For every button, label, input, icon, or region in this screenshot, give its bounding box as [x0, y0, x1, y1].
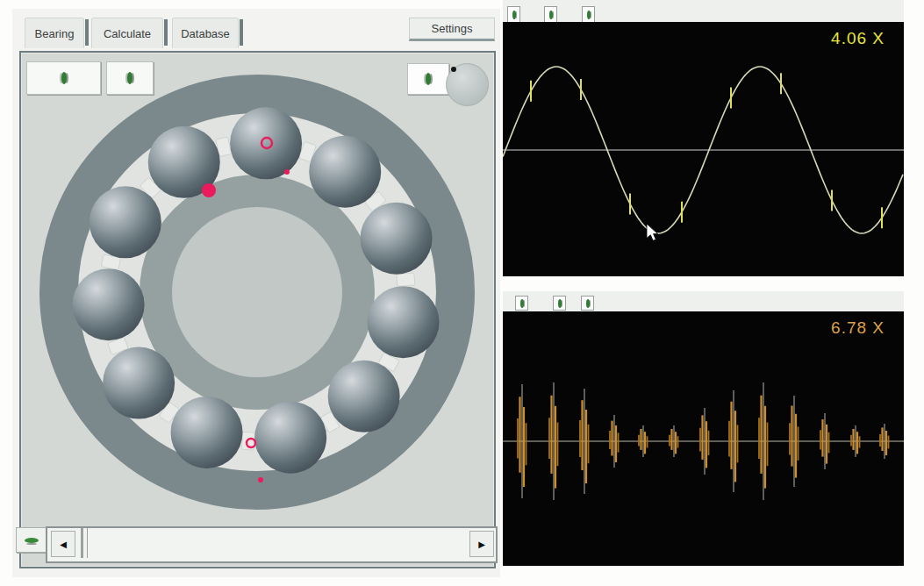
- marker-control-button-1[interactable]: [26, 61, 101, 95]
- fault-marker-dot: [258, 477, 263, 482]
- scope-top-waveform: [503, 22, 904, 276]
- green-marker-icon: [520, 299, 524, 308]
- scrollbar-divider: [81, 528, 83, 558]
- settings-button[interactable]: Settings: [409, 18, 495, 41]
- scope-bottom-toolbar: [503, 291, 904, 311]
- tab-calculate-label: Calculate: [104, 27, 151, 40]
- bearing-ball: [171, 397, 243, 468]
- impulse-burst: [880, 424, 889, 459]
- green-marker-icon: [587, 11, 591, 19]
- scope-top-marker-button-1[interactable]: [507, 6, 520, 23]
- impulse-burst: [729, 390, 738, 492]
- scope-bottom-marker-button-1[interactable]: [515, 296, 528, 311]
- green-marker-icon: [549, 11, 553, 19]
- scope-bottom: 6.78 X: [503, 311, 904, 566]
- bearing-ball: [254, 402, 326, 474]
- tab-calculate[interactable]: Calculate: [91, 18, 163, 48]
- impulse-burst: [670, 425, 678, 457]
- bottom-marker-button[interactable]: [16, 527, 47, 553]
- bearing-panel: [19, 51, 496, 568]
- bearing-ball: [368, 286, 440, 358]
- bearing-visualization: [21, 53, 494, 567]
- fault-marker-dot: [284, 169, 290, 175]
- impulse-burst: [820, 413, 829, 469]
- scope-bottom-marker-button-2[interactable]: [553, 296, 566, 311]
- scope-top-toolbar: [503, 0, 904, 22]
- impulse-burst: [790, 396, 799, 487]
- scope-bottom-marker-button-3[interactable]: [581, 296, 594, 311]
- green-marker-icon: [586, 299, 590, 308]
- tab-bearing[interactable]: Bearing: [25, 18, 84, 48]
- knob-indicator-dot: [451, 67, 456, 72]
- impulse-burst: [759, 382, 768, 500]
- tab-database[interactable]: Database: [172, 18, 239, 48]
- fault-marker-dot: [202, 183, 216, 197]
- bearing-ball: [230, 107, 302, 179]
- scrollbar-left-arrow[interactable]: ◀: [51, 531, 75, 557]
- bearing-ball: [73, 268, 145, 340]
- tab-separator: [164, 19, 168, 46]
- cage-link: [397, 273, 415, 287]
- green-marker-horizontal-icon: [25, 538, 39, 543]
- settings-button-label: Settings: [432, 22, 473, 35]
- impulse-burst: [518, 384, 526, 498]
- scope-top-marker-button-3[interactable]: [582, 6, 595, 23]
- bearing-ball: [103, 347, 175, 419]
- green-marker-icon: [426, 73, 431, 85]
- bearing-ball: [328, 361, 400, 432]
- tab-database-label: Database: [181, 27, 230, 40]
- scope-bottom-zoom-label: 6.78 X: [831, 318, 885, 338]
- green-marker-icon: [558, 299, 562, 308]
- scope-bottom-waveform: [503, 311, 904, 566]
- scope-top-zoom-label: 4.06 X: [831, 29, 885, 48]
- scope-top: 4.06 X: [503, 22, 904, 276]
- tab-separator: [85, 19, 89, 46]
- green-marker-icon: [512, 11, 516, 19]
- bearing-ball: [361, 203, 433, 275]
- scrollbar-right-arrow[interactable]: ▶: [469, 531, 494, 557]
- green-marker-icon: [61, 72, 67, 84]
- scrollbar-divider: [87, 528, 88, 558]
- impulse-burst: [610, 415, 619, 468]
- impulse-burst: [700, 408, 709, 475]
- tab-bearing-label: Bearing: [35, 27, 75, 40]
- bearing-ball: [90, 186, 161, 258]
- impulse-burst: [851, 425, 860, 457]
- green-marker-icon: [127, 72, 133, 84]
- marker-control-button-2[interactable]: [106, 61, 154, 95]
- horizontal-scrollbar[interactable]: ◀ ▶: [46, 526, 498, 563]
- shaft-hub: [172, 207, 342, 377]
- mouse-cursor-icon: [647, 224, 658, 240]
- bearing-ball: [309, 136, 381, 208]
- impulse-burst: [549, 382, 558, 500]
- marker-control-button-3[interactable]: [407, 63, 449, 95]
- scope-top-marker-button-2[interactable]: [544, 6, 557, 23]
- app-window: Bearing Calculate Database Settings ◀ ▶: [0, 0, 924, 586]
- impulse-burst: [639, 425, 648, 457]
- impulse-burst: [580, 389, 589, 494]
- tab-separator: [240, 19, 243, 46]
